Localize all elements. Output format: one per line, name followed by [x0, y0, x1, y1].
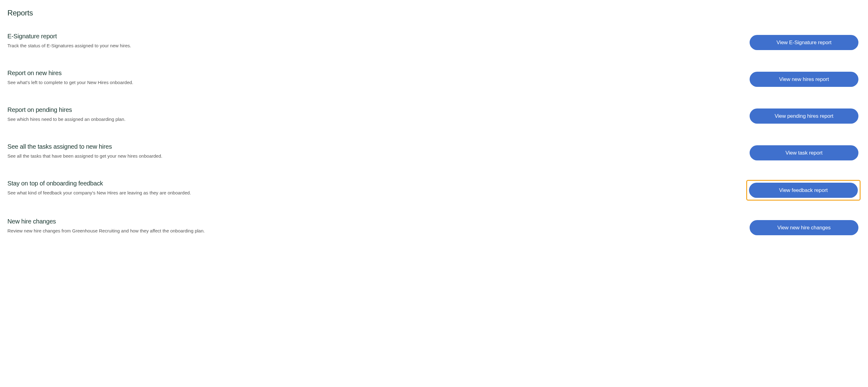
report-title: Stay on top of onboarding feedback [7, 180, 734, 187]
report-row-new-hires: Report on new hires See what's left to c… [7, 69, 861, 89]
report-title: See all the tasks assigned to new hires [7, 143, 735, 150]
report-info: Report on pending hires See which hires … [7, 106, 747, 122]
page-title: Reports [7, 9, 861, 17]
button-wrapper: View new hires report [747, 69, 861, 89]
report-info: See all the tasks assigned to new hires … [7, 143, 747, 159]
report-description: See what's left to complete to get your … [7, 79, 735, 86]
view-new-hires-report-button[interactable]: View new hires report [750, 72, 859, 87]
view-pending-hires-report-button[interactable]: View pending hires report [750, 108, 859, 124]
report-description: See what kind of feedback your company's… [7, 190, 734, 196]
view-feedback-report-button[interactable]: View feedback report [749, 183, 858, 198]
button-wrapper: View task report [747, 143, 861, 163]
report-row-new-hire-changes: New hire changes Review new hire changes… [7, 218, 861, 237]
report-info: E-Signature report Track the status of E… [7, 33, 747, 49]
report-row-pending-hires: Report on pending hires See which hires … [7, 106, 861, 126]
report-row-esignature: E-Signature report Track the status of E… [7, 33, 861, 52]
button-wrapper: View pending hires report [747, 106, 861, 126]
report-info: Stay on top of onboarding feedback See w… [7, 180, 746, 196]
report-description: Review new hire changes from Greenhouse … [7, 227, 735, 234]
report-description: See which hires need to be assigned an o… [7, 116, 735, 122]
report-description: See all the tasks that have been assigne… [7, 153, 735, 159]
report-row-feedback: Stay on top of onboarding feedback See w… [7, 180, 861, 201]
view-esignature-report-button[interactable]: View E-Signature report [750, 35, 859, 50]
report-description: Track the status of E-Signatures assigne… [7, 42, 735, 49]
report-title: Report on pending hires [7, 106, 735, 114]
report-title: E-Signature report [7, 33, 735, 40]
button-wrapper: View new hire changes [747, 218, 861, 237]
view-task-report-button[interactable]: View task report [750, 145, 859, 160]
button-wrapper: View E-Signature report [747, 33, 861, 52]
report-row-tasks: See all the tasks assigned to new hires … [7, 143, 861, 163]
view-new-hire-changes-button[interactable]: View new hire changes [750, 220, 859, 235]
report-info: Report on new hires See what's left to c… [7, 69, 747, 86]
report-title: New hire changes [7, 218, 735, 225]
report-title: Report on new hires [7, 69, 735, 77]
button-wrapper-highlighted: View feedback report [746, 180, 861, 201]
report-info: New hire changes Review new hire changes… [7, 218, 747, 234]
